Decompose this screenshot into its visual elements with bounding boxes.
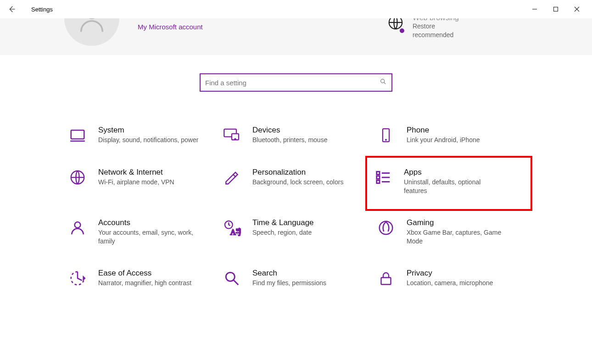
tile-title: Network & Internet xyxy=(98,168,174,177)
tile-sub: Uninstall, defaults, optional features xyxy=(404,178,505,195)
web-browsing-tile[interactable]: Web browsing Restore recommended xyxy=(387,18,459,39)
tile-sub: Location, camera, microphone xyxy=(407,279,493,287)
svg-line-27 xyxy=(234,280,238,285)
tile-sub: Display, sound, notifications, power xyxy=(98,136,198,144)
hero-band: My Microsoft account Web browsing Restor… xyxy=(0,18,592,55)
web-browsing-sub: Restore recommended xyxy=(413,22,459,39)
tile-title: Apps xyxy=(404,168,505,177)
accounts-icon xyxy=(68,218,87,237)
devices-icon xyxy=(222,126,241,145)
tile-personalization[interactable]: Personalization Background, lock screen,… xyxy=(220,166,372,197)
tile-title: Devices xyxy=(252,126,327,135)
tile-sub: Link your Android, iPhone xyxy=(407,136,480,144)
tile-sub: Find my files, permissions xyxy=(252,279,326,287)
svg-rect-19 xyxy=(377,180,380,183)
tile-title: Time & Language xyxy=(252,218,314,227)
settings-grid: System Display, sound, notifications, po… xyxy=(62,124,530,290)
tile-phone[interactable]: Phone Link your Android, iPhone xyxy=(374,124,526,147)
back-button[interactable] xyxy=(5,2,18,16)
search-input[interactable] xyxy=(205,74,380,91)
tile-title: Phone xyxy=(407,126,480,135)
window-title: Settings xyxy=(31,6,53,13)
tile-sub: Narrator, magnifier, high contrast xyxy=(98,279,191,287)
titlebar: Settings xyxy=(0,0,592,18)
system-icon xyxy=(68,126,87,145)
tile-sub: Your accounts, email, sync, work, family xyxy=(98,228,199,246)
tile-sub: Wi-Fi, airplane mode, VPN xyxy=(98,178,174,187)
svg-rect-28 xyxy=(381,277,391,284)
gaming-icon xyxy=(376,218,396,237)
tile-accounts[interactable]: Accounts Your accounts, email, sync, wor… xyxy=(66,216,218,248)
search-wrap xyxy=(0,73,592,92)
tile-devices[interactable]: Devices Bluetooth, printers, mouse xyxy=(220,124,372,147)
svg-rect-17 xyxy=(377,176,380,179)
ease-of-access-icon xyxy=(68,269,87,288)
tile-sub: Bluetooth, printers, mouse xyxy=(252,136,327,144)
svg-point-26 xyxy=(226,272,235,281)
tile-system[interactable]: System Display, sound, notifications, po… xyxy=(66,124,218,147)
tile-title: Search xyxy=(252,269,326,278)
svg-text:A字: A字 xyxy=(230,228,241,237)
tile-search[interactable]: Search Find my files, permissions xyxy=(220,267,372,290)
svg-point-6 xyxy=(381,79,385,83)
close-button[interactable] xyxy=(566,2,587,17)
tile-ease-of-access[interactable]: Ease of Access Narrator, magnifier, high… xyxy=(66,267,218,290)
tile-sub: Xbox Game Bar, captures, Game Mode xyxy=(407,228,508,246)
search-icon xyxy=(380,78,387,87)
tile-title: Privacy xyxy=(407,269,493,278)
minimize-button[interactable] xyxy=(524,2,545,17)
svg-point-11 xyxy=(235,138,236,139)
svg-line-7 xyxy=(384,83,386,84)
tile-title: System xyxy=(98,126,198,135)
svg-rect-1 xyxy=(554,7,558,11)
tile-title: Accounts xyxy=(98,218,199,227)
tile-sub: Speech, region, date xyxy=(252,228,314,237)
search-box[interactable] xyxy=(200,73,392,92)
svg-point-24 xyxy=(380,221,393,235)
tile-gaming[interactable]: Gaming Xbox Game Bar, captures, Game Mod… xyxy=(374,216,526,248)
svg-marker-25 xyxy=(84,276,85,279)
svg-rect-15 xyxy=(377,171,380,174)
phone-icon xyxy=(376,126,396,145)
svg-point-13 xyxy=(385,139,386,140)
search-tile-icon xyxy=(222,269,241,288)
tile-title: Gaming xyxy=(407,218,508,227)
svg-rect-8 xyxy=(71,130,84,139)
window-controls xyxy=(524,2,587,17)
tile-privacy[interactable]: Privacy Location, camera, microphone xyxy=(374,267,526,290)
web-browsing-title: Web browsing xyxy=(413,18,459,22)
apps-icon xyxy=(374,168,393,187)
svg-point-21 xyxy=(75,222,81,228)
tile-apps[interactable]: Apps Uninstall, defaults, optional featu… xyxy=(365,156,532,211)
tile-title: Personalization xyxy=(252,168,343,177)
tile-time-language[interactable]: A字 Time & Language Speech, region, date xyxy=(220,216,372,248)
globe-icon xyxy=(387,18,404,33)
tile-title: Ease of Access xyxy=(98,269,191,278)
personalization-icon xyxy=(222,168,241,187)
privacy-icon xyxy=(376,269,396,288)
user-avatar xyxy=(64,18,119,46)
maximize-button[interactable] xyxy=(545,2,566,17)
my-microsoft-account-link[interactable]: My Microsoft account xyxy=(138,23,203,31)
tile-network[interactable]: Network & Internet Wi-Fi, airplane mode,… xyxy=(66,166,218,197)
network-icon xyxy=(68,168,87,187)
tile-sub: Background, lock screen, colors xyxy=(252,178,343,187)
time-language-icon: A字 xyxy=(222,218,241,237)
